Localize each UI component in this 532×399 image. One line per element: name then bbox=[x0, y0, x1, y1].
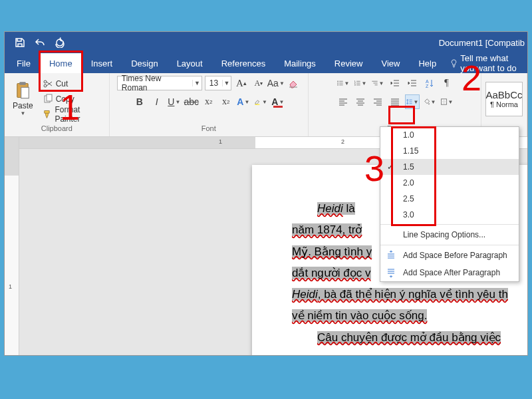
highlighter-icon bbox=[254, 96, 261, 107]
tab-layout[interactable]: Layout bbox=[168, 53, 212, 73]
scissors-icon bbox=[43, 78, 53, 89]
tab-file[interactable]: File bbox=[7, 53, 40, 73]
copy-label: Copy bbox=[56, 94, 74, 104]
line-spacing-menu: 1.0 1.15 ✓1.5 2.0 2.5 3.0 Line Spacing O… bbox=[380, 126, 519, 282]
strikethrough-button[interactable]: abc bbox=[184, 94, 199, 109]
line-spacing-icon bbox=[406, 96, 413, 107]
text-effects-button[interactable]: A▼ bbox=[236, 94, 251, 109]
line-spacing-option[interactable]: 3.0 bbox=[380, 207, 519, 223]
tell-me-label: Tell me what you want to do bbox=[460, 53, 518, 73]
font-size-combo[interactable]: 13▼ bbox=[205, 76, 231, 90]
italic-button[interactable]: I bbox=[150, 94, 164, 109]
align-right-icon bbox=[372, 96, 383, 107]
increase-indent-button[interactable] bbox=[405, 76, 420, 90]
hruler-num: 2 bbox=[341, 138, 344, 145]
doc-line: về niềm tin vào cuộc sống. bbox=[292, 309, 427, 322]
svg-text:A: A bbox=[426, 79, 429, 84]
cut-button[interactable]: Cut bbox=[41, 76, 105, 91]
tab-references[interactable]: References bbox=[212, 53, 275, 73]
change-case-button[interactable]: Aa▼ bbox=[269, 76, 283, 90]
style-normal[interactable]: AaBbCc ¶ Norma bbox=[485, 82, 523, 116]
numbering-icon: 123 bbox=[354, 78, 361, 88]
align-center-button[interactable] bbox=[353, 94, 368, 109]
doc-word: là bbox=[343, 202, 355, 215]
multilevel-list-button[interactable]: ▼ bbox=[370, 76, 385, 90]
tell-me-search[interactable]: Tell me what you want to do bbox=[446, 53, 527, 73]
tab-insert[interactable]: Insert bbox=[82, 53, 122, 73]
ls-after-label: Add Space After Paragraph bbox=[403, 268, 500, 277]
tab-view[interactable]: View bbox=[372, 53, 409, 73]
align-right-button[interactable] bbox=[370, 94, 385, 109]
tab-review[interactable]: Review bbox=[325, 53, 372, 73]
justify-button[interactable] bbox=[388, 94, 402, 109]
outdent-icon bbox=[390, 78, 400, 88]
redo-button[interactable] bbox=[50, 33, 70, 53]
svg-point-6 bbox=[337, 80, 338, 82]
justify-icon bbox=[390, 96, 400, 107]
undo-button[interactable] bbox=[30, 33, 50, 53]
bullets-button[interactable]: ▼ bbox=[336, 76, 350, 90]
bucket-icon bbox=[423, 96, 430, 107]
tab-design[interactable]: Design bbox=[122, 53, 167, 73]
eraser-icon bbox=[288, 78, 299, 88]
ls-value: 2.0 bbox=[403, 178, 414, 188]
line-spacing-option[interactable]: 2.0 bbox=[380, 175, 519, 191]
show-marks-button[interactable]: ¶ bbox=[440, 76, 454, 90]
doc-line: dắt người đọc v bbox=[292, 267, 371, 279]
underline-button[interactable]: U▼ bbox=[167, 94, 182, 109]
brush-icon bbox=[43, 109, 53, 120]
highlight-button[interactable]: ▼ bbox=[253, 94, 268, 109]
line-spacing-options-cmd[interactable]: Line Spacing Options... bbox=[380, 226, 519, 243]
line-spacing-option[interactable]: 1.0 bbox=[380, 127, 519, 143]
line-spacing-button[interactable]: ▼ bbox=[405, 94, 420, 109]
vertical-ruler[interactable]: 1 bbox=[5, 137, 19, 355]
shrink-font-button[interactable]: A▾ bbox=[251, 76, 266, 90]
line-spacing-option[interactable]: ✓1.5 bbox=[380, 159, 519, 175]
ls-value: 2.5 bbox=[403, 194, 414, 203]
indent-icon bbox=[407, 78, 418, 88]
line-spacing-option[interactable]: 1.15 bbox=[380, 143, 519, 159]
shading-button[interactable]: ▼ bbox=[422, 94, 437, 109]
sort-button[interactable]: AZ bbox=[422, 76, 437, 90]
add-space-before-cmd[interactable]: Add Space Before Paragraph bbox=[380, 247, 519, 264]
borders-button[interactable]: ▼ bbox=[440, 94, 454, 109]
tab-help[interactable]: Help bbox=[409, 53, 446, 73]
copy-button[interactable]: Copy bbox=[41, 92, 105, 106]
tab-home[interactable]: Home bbox=[40, 53, 82, 73]
add-space-after-cmd[interactable]: Add Space After Paragraph bbox=[380, 264, 519, 281]
svg-text:3: 3 bbox=[354, 84, 355, 86]
numbering-button[interactable]: 123▼ bbox=[353, 76, 368, 90]
font-size-value: 13 bbox=[205, 78, 222, 88]
superscript-button[interactable]: x2 bbox=[219, 94, 233, 109]
line-spacing-option[interactable]: 2.5 bbox=[380, 191, 519, 207]
font-name-combo[interactable]: Times New Roman▼ bbox=[117, 76, 202, 90]
align-center-icon bbox=[355, 96, 366, 107]
doc-line: năm 1874, trở bbox=[292, 223, 362, 236]
tab-mailings[interactable]: Mailings bbox=[275, 53, 325, 73]
svg-rect-5 bbox=[255, 104, 259, 104]
ribbon-tabs: File Home Insert Design Layout Reference… bbox=[5, 53, 527, 73]
group-clipboard-label: Clipboard bbox=[5, 124, 109, 136]
ls-value: 1.0 bbox=[403, 130, 414, 140]
svg-rect-2 bbox=[21, 87, 29, 98]
format-painter-button[interactable]: Format Painter bbox=[41, 107, 105, 122]
clear-formatting-button[interactable] bbox=[286, 76, 301, 90]
save-button[interactable] bbox=[10, 33, 30, 53]
multilevel-icon bbox=[371, 78, 378, 88]
style-preview: AaBbCc bbox=[486, 89, 523, 100]
font-color-button[interactable]: A▼ bbox=[271, 94, 285, 109]
paste-icon bbox=[13, 81, 32, 100]
grow-font-button[interactable]: A▴ bbox=[234, 76, 249, 90]
align-left-button[interactable] bbox=[336, 94, 350, 109]
bold-button[interactable]: B bbox=[132, 94, 147, 109]
paste-button[interactable]: Paste ▼ bbox=[9, 81, 37, 116]
subscript-button[interactable]: x2 bbox=[201, 94, 216, 109]
decrease-indent-button[interactable] bbox=[388, 76, 402, 90]
borders-icon bbox=[440, 96, 448, 107]
ls-before-label: Add Space Before Paragraph bbox=[403, 251, 507, 260]
sort-icon: AZ bbox=[424, 78, 435, 88]
svg-text:Z: Z bbox=[426, 84, 429, 88]
style-name: ¶ Norma bbox=[490, 100, 518, 108]
paste-label: Paste bbox=[13, 101, 33, 110]
ls-value: 3.0 bbox=[403, 210, 414, 219]
